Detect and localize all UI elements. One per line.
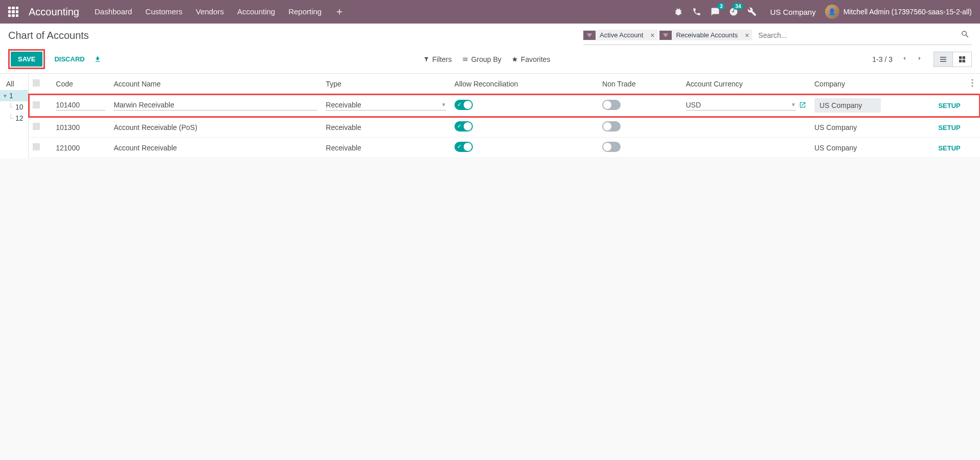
toggle-on[interactable]: ✓ (454, 121, 473, 132)
col-currency[interactable]: Account Currency (682, 74, 810, 94)
setup-button[interactable]: SETUP (938, 144, 960, 152)
row-checkbox[interactable] (33, 101, 40, 108)
type-select[interactable]: Receivable▼ (326, 101, 446, 111)
filter-icon (583, 31, 596, 40)
toggle-off[interactable]: ✕ (602, 121, 621, 132)
cell-company[interactable]: US Company (810, 94, 913, 117)
company-selector[interactable]: US Company (770, 8, 815, 16)
phone-icon[interactable] (692, 7, 701, 16)
col-name[interactable]: Account Name (109, 74, 322, 94)
filter-icon (659, 31, 672, 40)
pager-next-icon[interactable] (914, 53, 925, 65)
cell-currency (682, 138, 810, 158)
kanban-view-icon[interactable] (952, 52, 972, 67)
app-brand[interactable]: Accounting (29, 6, 79, 18)
col-code[interactable]: Code (52, 74, 109, 94)
top-navbar: Accounting Dashboard Customers Vendors A… (0, 0, 980, 24)
groupby-dropdown[interactable]: Group By (462, 55, 502, 63)
cell-recon: ✓ (450, 138, 598, 158)
nav-dashboard[interactable]: Dashboard (95, 7, 132, 16)
table-row[interactable]: 121000 Account Receivable Receivable ✓ ✕… (29, 138, 980, 158)
avatar-icon: 👤 (825, 5, 839, 19)
sidebar-item-12[interactable]: └ 12 (0, 113, 28, 124)
filters-dropdown[interactable]: Filters (423, 55, 452, 63)
svg-point-2 (971, 85, 973, 87)
facet-label: Active Account (596, 30, 647, 40)
cell-name: Account Receivable (PoS) (109, 117, 322, 138)
view-switcher (933, 52, 972, 67)
sidebar-item-10[interactable]: └ 10 (0, 101, 28, 113)
download-icon[interactable] (94, 56, 101, 63)
company-input[interactable]: US Company (814, 98, 881, 113)
search-box[interactable]: Active Account × Receivable Accounts × (583, 28, 972, 45)
groupby-label: Group By (471, 55, 502, 63)
page-title: Chart of Accounts (8, 28, 89, 41)
main-content: All ▼ 1 └ 10 └ 12 Code Account Name Type… (0, 74, 980, 158)
chat-icon[interactable]: 3 (711, 7, 720, 16)
name-input[interactable]: Marwin Receivable (113, 101, 317, 111)
cell-currency (682, 117, 810, 138)
sidebar-item-label: 1 (8, 92, 13, 100)
bug-icon[interactable] (674, 7, 683, 16)
cell-name[interactable]: Marwin Receivable (109, 94, 322, 117)
chevron-down-icon: ▼ (791, 102, 796, 107)
currency-select[interactable]: USD▼ (686, 101, 796, 111)
row-checkbox[interactable] (33, 123, 40, 130)
svg-point-1 (971, 82, 973, 84)
row-checkbox[interactable] (33, 143, 40, 150)
cell-recon: ✓ (450, 117, 598, 138)
facet-close-icon[interactable]: × (647, 31, 657, 39)
external-link-icon[interactable] (799, 101, 806, 110)
user-menu[interactable]: 👤 Mitchell Admin (17397560-saas-15-2-all… (825, 5, 972, 19)
table-row[interactable]: 101300 Account Receivable (PoS) Receivab… (29, 117, 980, 138)
activity-badge: 34 (733, 3, 743, 10)
favorites-label: Favorites (521, 55, 551, 63)
col-recon[interactable]: Allow Reconciliation (450, 74, 598, 94)
svg-point-0 (971, 79, 973, 81)
cell-nontrade: ✕ (598, 117, 681, 138)
cell-company: US Company (810, 117, 913, 138)
toggle-on[interactable]: ✓ (454, 100, 473, 110)
sidebar-item-label: 10 (14, 103, 24, 111)
chevron-down-icon: ▼ (441, 102, 446, 107)
favorites-dropdown[interactable]: Favorites (512, 55, 551, 63)
toggle-off[interactable]: ✕ (602, 142, 621, 152)
table-row[interactable]: 101400 Marwin Receivable Receivable▼ ✓ ✕… (29, 94, 980, 117)
facet-label: Receivable Accounts (672, 30, 742, 40)
sidebar-all[interactable]: All (0, 78, 28, 90)
nav-customers[interactable]: Customers (145, 7, 183, 16)
cell-currency[interactable]: USD▼ (682, 94, 810, 117)
apps-launcher-icon[interactable] (8, 7, 18, 17)
toggle-off[interactable]: ✕ (602, 100, 621, 110)
search-facet-receivable: Receivable Accounts × (659, 30, 752, 40)
col-type[interactable]: Type (322, 74, 450, 94)
nav-vendors[interactable]: Vendors (196, 7, 224, 16)
toggle-on[interactable]: ✓ (454, 142, 473, 152)
discard-button[interactable]: DISCARD (50, 52, 88, 66)
setup-button[interactable]: SETUP (938, 102, 960, 109)
options-icon[interactable] (971, 80, 973, 89)
cell-code[interactable]: 101400 (52, 94, 109, 117)
facet-close-icon[interactable]: × (742, 31, 752, 39)
col-nontrade[interactable]: Non Trade (598, 74, 681, 94)
setup-button[interactable]: SETUP (938, 124, 960, 132)
caret-down-icon: ▼ (2, 93, 8, 99)
tree-pipe-icon: └ (8, 114, 13, 122)
col-company[interactable]: Company (810, 74, 913, 94)
code-input[interactable]: 101400 (56, 101, 105, 111)
nav-accounting[interactable]: Accounting (237, 7, 275, 16)
tools-icon[interactable] (747, 7, 757, 16)
nav-reporting[interactable]: Reporting (288, 7, 322, 16)
select-all-checkbox[interactable] (33, 79, 40, 86)
save-button[interactable]: SAVE (11, 52, 42, 67)
list-view-icon[interactable] (933, 52, 952, 67)
clock-icon[interactable]: 34 (729, 7, 738, 16)
plus-icon[interactable] (335, 7, 344, 16)
cell-code: 101300 (52, 117, 109, 138)
sidebar-item-1[interactable]: ▼ 1 (0, 90, 28, 101)
search-icon[interactable] (959, 28, 972, 42)
control-panel: Chart of Accounts Active Account × Recei… (0, 24, 980, 74)
search-input[interactable] (754, 29, 959, 41)
cell-type[interactable]: Receivable▼ (322, 94, 450, 117)
pager-prev-icon[interactable] (899, 53, 910, 65)
